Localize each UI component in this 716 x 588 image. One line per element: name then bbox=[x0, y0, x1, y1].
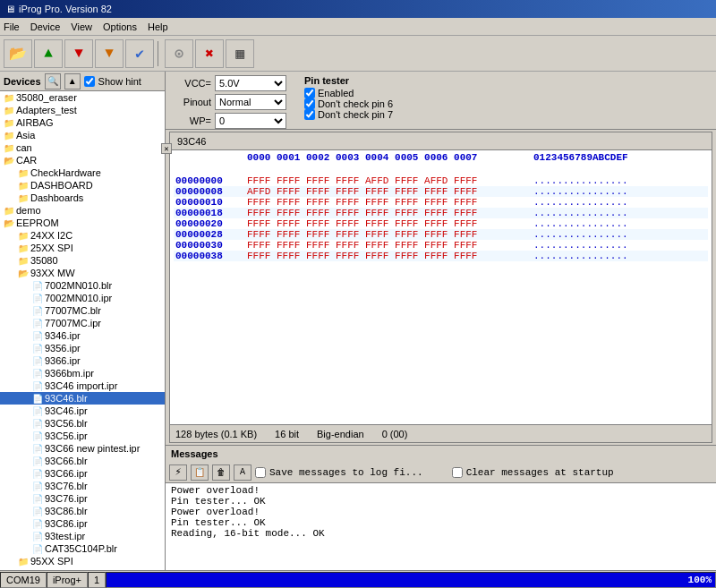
tree-item[interactable]: 📄93C66.blr bbox=[0, 455, 165, 467]
tree-item[interactable]: 📁35080 bbox=[0, 254, 165, 267]
messages-font-button[interactable]: A bbox=[234, 464, 251, 481]
tree-item[interactable]: 📄77007MC.ipr bbox=[0, 317, 165, 329]
tree-item[interactable]: 📄77007MC.blr bbox=[0, 304, 165, 317]
wp-label: WP= bbox=[171, 115, 211, 126]
tree-item[interactable]: 📄9356.ipr bbox=[0, 342, 165, 354]
tree-item[interactable]: 📄93C56.blr bbox=[0, 417, 165, 430]
stop-button[interactable]: ✖ bbox=[195, 39, 224, 68]
tree-item[interactable]: 📄CAT35C104P.blr bbox=[0, 542, 165, 555]
main-container: ✕ Devices 🔍 ▲ Show hint 📁35080_eraser📁Ad… bbox=[0, 72, 716, 570]
status-port: COM19 bbox=[0, 572, 47, 588]
save-log-label: Save messages to log fi... bbox=[269, 467, 423, 478]
tree-item[interactable]: 📄93test.ipr bbox=[0, 530, 165, 542]
tree-item[interactable]: 📄93C86.ipr bbox=[0, 517, 165, 530]
message-line: Pin tester... OK bbox=[171, 517, 711, 528]
write-button[interactable]: ▼ bbox=[64, 39, 93, 68]
tree-item[interactable]: 📂EEPROM bbox=[0, 217, 165, 229]
show-hint-checkbox[interactable] bbox=[84, 76, 95, 87]
menu-item-view[interactable]: View bbox=[71, 21, 92, 32]
messages-clear-button[interactable]: 🗑 bbox=[212, 464, 230, 481]
tree-item-label: 93C66.ipr bbox=[45, 468, 88, 479]
tree-item[interactable]: 📄7002MN010.ipr bbox=[0, 292, 165, 304]
tree-item[interactable]: 📁Adapters_test bbox=[0, 104, 165, 116]
dont-check-pin7-row: Don't check pin 7 bbox=[304, 109, 393, 120]
open-button[interactable]: 📂 bbox=[4, 39, 32, 68]
tree-item[interactable]: 📄9346.ipr bbox=[0, 329, 165, 342]
menu-item-help[interactable]: Help bbox=[148, 21, 168, 32]
tree-item[interactable]: 📄93C56.ipr bbox=[0, 430, 165, 442]
calc-button[interactable]: ▦ bbox=[226, 39, 254, 68]
dont-check-pin7-checkbox[interactable] bbox=[304, 109, 315, 120]
tree-item-label: CheckHardware bbox=[30, 167, 101, 178]
pin-tester-enabled-checkbox[interactable] bbox=[304, 88, 315, 98]
tree-item[interactable]: 📁Asia bbox=[0, 129, 165, 141]
tree-item-label: 9366bm.ipr bbox=[45, 368, 94, 379]
message-line: Power overload! bbox=[171, 485, 711, 496]
verify-button[interactable]: ▼ bbox=[95, 39, 124, 68]
tree-item[interactable]: 📂93XX MW bbox=[0, 267, 165, 279]
dont-check-pin7-label: Don't check pin 7 bbox=[318, 109, 393, 120]
auto-button[interactable]: ⊙ bbox=[165, 39, 193, 68]
vcc-select[interactable]: 5.0V 3.3V bbox=[215, 75, 286, 91]
tree-item[interactable]: 📁DASHBOARD bbox=[0, 179, 165, 192]
tree-item[interactable]: 📁demo bbox=[0, 204, 165, 217]
tree-item[interactable]: 📄93C46 import.ipr bbox=[0, 379, 165, 392]
read-button[interactable]: ▲ bbox=[34, 39, 63, 68]
pin-tester-title: Pin tester bbox=[304, 75, 393, 86]
pinout-select[interactable]: Normal Reversed bbox=[215, 94, 286, 110]
hex-content[interactable]: 0000 0001 0002 0003 0004 0005 0006 00070… bbox=[170, 150, 712, 424]
devices-tree[interactable]: 📁35080_eraser📁Adapters_test📁AIRBAG📁Asia📁… bbox=[0, 91, 165, 570]
tree-item[interactable]: 📁AIRBAG bbox=[0, 116, 165, 129]
tree-item[interactable]: 📁25XX SPI bbox=[0, 242, 165, 254]
tree-item[interactable]: 📄93C46.blr bbox=[0, 392, 165, 405]
tree-item[interactable]: 📄93C76.blr bbox=[0, 480, 165, 492]
tree-item[interactable]: 📁24XX I2C bbox=[0, 229, 165, 242]
panel-close-button[interactable]: ✕ bbox=[161, 143, 172, 154]
devices-up-button[interactable]: ▲ bbox=[64, 73, 81, 89]
hex-row: 00000010FFFF FFFF FFFF FFFF FFFF FFFF FF… bbox=[174, 197, 708, 208]
tree-item-label: 93C46 import.ipr bbox=[45, 380, 117, 391]
tree-item[interactable]: 📄93C46.ipr bbox=[0, 405, 165, 417]
tree-item[interactable]: 📄9366.ipr bbox=[0, 354, 165, 367]
hex-status-bar: 128 bytes (0.1 KB) 16 bit Big-endian 0 (… bbox=[170, 424, 712, 442]
tree-item[interactable]: 📂CAR bbox=[0, 154, 165, 166]
tree-item-label: 24XX I2C bbox=[30, 230, 72, 241]
dont-check-pin6-label: Don't check pin 6 bbox=[318, 98, 393, 109]
right-panel: VCC= 5.0V 3.3V Pinout Normal Reversed WP… bbox=[166, 72, 716, 570]
enabled-row: Enabled bbox=[304, 88, 393, 98]
tree-item[interactable]: 📄93C66.ipr bbox=[0, 467, 165, 480]
check-button[interactable]: ✔ bbox=[125, 39, 154, 68]
tree-item-label: 35080 bbox=[30, 255, 58, 266]
tree-item[interactable]: 📄93C86.blr bbox=[0, 505, 165, 517]
tree-item[interactable]: 📄9366bm.ipr bbox=[0, 367, 165, 379]
hex-row: 00000030FFFF FFFF FFFF FFFF FFFF FFFF FF… bbox=[174, 240, 708, 251]
messages-copy-button[interactable]: 📋 bbox=[191, 464, 209, 481]
wp-select[interactable]: 0 1 bbox=[215, 113, 286, 129]
messages-icon-button[interactable]: ⚡ bbox=[169, 464, 187, 481]
tree-item[interactable]: 📄93C76.ipr bbox=[0, 492, 165, 505]
progress-fill: 100% bbox=[107, 573, 715, 587]
tree-item[interactable]: 📁can bbox=[0, 141, 165, 154]
hex-size: 128 bytes (0.1 KB) bbox=[175, 429, 257, 439]
tree-item[interactable]: 📁CheckHardware bbox=[0, 166, 165, 179]
menu-item-file[interactable]: File bbox=[4, 21, 20, 32]
menu-item-device[interactable]: Device bbox=[30, 21, 61, 32]
save-log-checkbox[interactable] bbox=[255, 467, 266, 478]
title-text: iProg Pro. Version 82 bbox=[19, 4, 112, 14]
tree-item[interactable]: 📄7002MN010.blr bbox=[0, 279, 165, 292]
dont-check-pin6-checkbox[interactable] bbox=[304, 98, 315, 109]
pin-tester-group: Pin tester Enabled Don't check pin 6 Don… bbox=[304, 75, 393, 120]
devices-search-button[interactable]: 🔍 bbox=[45, 73, 61, 89]
tree-item[interactable]: 📁ERXX (Microchip) bbox=[0, 567, 165, 570]
tree-item[interactable]: 📁95XX SPI bbox=[0, 555, 165, 567]
hex-row: 00000000FFFF FFFF FFFF FFFF AFFD FFFF AF… bbox=[174, 175, 708, 186]
tree-item-label: CAR bbox=[16, 155, 37, 166]
menu-item-options[interactable]: Options bbox=[103, 21, 137, 32]
tree-item[interactable]: 📁35080_eraser bbox=[0, 91, 165, 104]
tree-item[interactable]: 📄93C66 new pintest.ipr bbox=[0, 442, 165, 455]
tree-item-label: CAT35C104P.blr bbox=[45, 543, 117, 554]
clear-startup-checkbox[interactable] bbox=[452, 467, 463, 478]
tree-item-label: Adapters_test bbox=[16, 105, 77, 115]
tree-item[interactable]: 📁Dashboards bbox=[0, 192, 165, 204]
hex-tab[interactable]: 93C46 bbox=[170, 132, 712, 150]
